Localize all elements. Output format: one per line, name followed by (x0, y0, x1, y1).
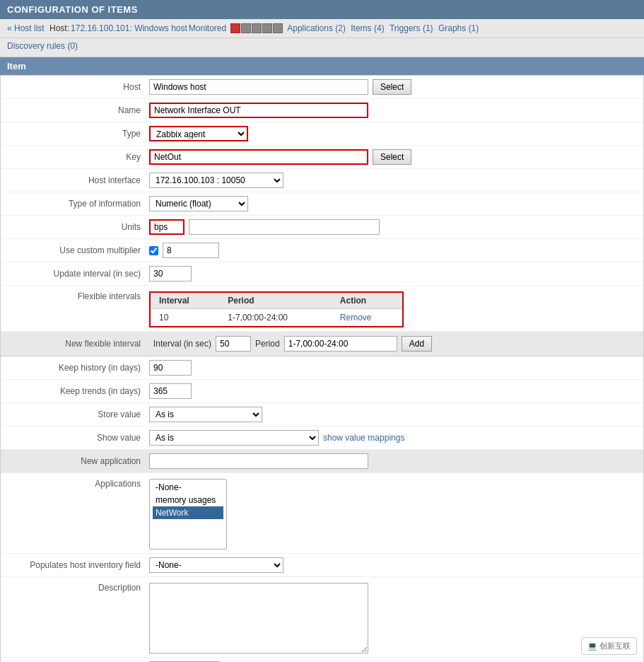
applications-control: -None- memory usages NetWork (149, 479, 636, 550)
host-list-link[interactable]: « Host list (7, 23, 45, 33)
new-application-input[interactable] (149, 453, 368, 469)
keep-trends-label: Keep trends (in days) (8, 386, 149, 396)
units-label: Units (8, 222, 149, 232)
host-interface-control: 172.16.100.103 : 10050 (149, 173, 636, 188)
new-flexible-interval-input[interactable] (216, 336, 251, 352)
flexible-intervals-table: Interval Period Action 10 1-7,00:00-24:0… (149, 291, 404, 327)
keep-trends-control (149, 383, 636, 399)
breadcrumb: « Host list Host: 172.16.100.101: Window… (0, 19, 644, 38)
period-cell: 1-7,00:00-24:00 (219, 309, 332, 327)
interval-in-sec-label: Interval (in sec) (153, 339, 211, 349)
keep-history-input[interactable] (149, 360, 192, 376)
custom-multiplier-control (149, 243, 636, 258)
host-row: Host Select (1, 76, 643, 99)
type-row: Type Zabbix agent Zabbix agent (active) … (1, 122, 643, 146)
units-input[interactable] (149, 219, 185, 235)
status-icon-red (230, 23, 240, 33)
keep-history-control (149, 360, 636, 376)
update-interval-row: Update interval (in sec) (1, 262, 643, 286)
show-value-control: As is show value mappings (149, 430, 636, 446)
new-application-label: New application (8, 456, 149, 466)
status-icons (230, 23, 283, 33)
watermark: 💻 创新互联 (581, 637, 637, 655)
inventory-control: -None- (149, 557, 636, 573)
keep-trends-row: Keep trends (in days) (1, 380, 643, 403)
host-select-button[interactable]: Select (373, 79, 411, 95)
show-value-mappings-link[interactable]: show value mappings (323, 433, 404, 443)
custom-multiplier-label: Use custom multiplier (8, 245, 149, 255)
show-value-row: Show value As is show value mappings (1, 426, 643, 450)
name-control (149, 103, 636, 118)
name-label: Name (8, 105, 149, 115)
name-input[interactable] (149, 103, 368, 118)
inventory-select[interactable]: -None- (149, 557, 283, 573)
description-textarea[interactable] (149, 583, 368, 654)
new-flexible-period-input[interactable] (284, 336, 397, 352)
host-interface-row: Host interface 172.16.100.103 : 10050 (1, 169, 643, 192)
update-interval-label: Update interval (in sec) (8, 269, 149, 279)
new-flexible-row: New flexible interval Interval (in sec) … (1, 332, 643, 356)
update-interval-input[interactable] (149, 266, 192, 281)
key-label: Key (8, 152, 149, 162)
store-value-row: Store value As is Delta (speed per secon… (1, 403, 643, 426)
type-of-info-control: Numeric (float) Numeric (unsigned) Chara… (149, 196, 636, 211)
description-label: Description (8, 583, 149, 593)
host-interface-select[interactable]: 172.16.100.103 : 10050 (149, 173, 283, 188)
units-extra-input[interactable] (189, 219, 380, 235)
monitored-link[interactable]: Monitored (189, 23, 226, 33)
name-row: Name (1, 99, 643, 122)
page-header: CONFIGURATION OF ITEMS (0, 0, 644, 19)
description-control (149, 583, 636, 654)
flexible-interval-row: 10 1-7,00:00-24:00 Remove (151, 309, 402, 327)
triggers-link[interactable]: Triggers (1) (390, 23, 433, 33)
items-link[interactable]: Items (4) (351, 23, 384, 33)
applications-label: Applications (8, 479, 149, 489)
custom-multiplier-input[interactable] (163, 243, 219, 258)
interval-cell: 10 (151, 309, 219, 327)
host-prefix: Host: (49, 23, 69, 33)
type-select[interactable]: Zabbix agent Zabbix agent (active) Simpl… (149, 126, 248, 141)
interval-col-header: Interval (151, 293, 219, 309)
store-value-select[interactable]: As is Delta (speed per second) Delta (si… (149, 407, 262, 422)
discovery-rules-bar: Discovery rules (0) (0, 38, 644, 57)
applications-row: Applications -None- memory usages NetWor… (1, 473, 643, 554)
keep-trends-input[interactable] (149, 383, 192, 399)
remove-link[interactable]: Remove (340, 313, 372, 323)
type-of-info-row: Type of information Numeric (float) Nume… (1, 192, 643, 216)
inventory-label: Populates host inventory field (8, 560, 149, 570)
host-label: Host (8, 82, 149, 92)
custom-multiplier-row: Use custom multiplier (1, 239, 643, 262)
add-flexible-button[interactable]: Add (402, 336, 432, 352)
host-input[interactable] (149, 79, 368, 95)
keep-history-label: Keep history (in days) (8, 363, 149, 373)
show-value-label: Show value (8, 433, 149, 443)
type-label: Type (8, 129, 149, 139)
units-row: Units (1, 216, 643, 239)
status-icon-bar2 (252, 23, 262, 33)
key-row: Key Select (1, 146, 643, 169)
key-select-button[interactable]: Select (373, 149, 411, 165)
type-of-info-label: Type of information (8, 199, 149, 209)
discovery-rules-link[interactable]: Discovery rules (0) (7, 41, 78, 51)
item-form: Host Select Name Type Zabbix agent Zabbi… (0, 75, 644, 662)
period-col-header: Period (219, 293, 332, 309)
applications-link[interactable]: Applications (2) (287, 23, 346, 33)
new-application-control (149, 453, 636, 469)
key-input[interactable] (149, 149, 368, 165)
type-control: Zabbix agent Zabbix agent (active) Simpl… (149, 126, 636, 141)
keep-history-row: Keep history (in days) (1, 356, 643, 380)
show-value-select[interactable]: As is (149, 430, 319, 446)
host-link[interactable]: 172.16.100.101: Windows host (71, 23, 187, 33)
flexible-intervals-control: Interval Period Action 10 1-7,00:00-24:0… (149, 291, 636, 327)
flexible-intervals-label: Flexible intervals (8, 291, 149, 301)
store-value-label: Store value (8, 410, 149, 419)
action-col-header: Action (332, 293, 402, 309)
description-row: Description (1, 577, 643, 658)
custom-multiplier-checkbox[interactable] (149, 246, 158, 255)
applications-listbox[interactable]: -None- memory usages NetWork (149, 479, 227, 550)
new-application-row: New application (1, 450, 643, 473)
graphs-link[interactable]: Graphs (1) (438, 23, 479, 33)
status-row: Status Enabled Disabled (1, 658, 643, 662)
flexible-intervals-row: Flexible intervals Interval Period Actio… (1, 286, 643, 332)
type-of-info-select[interactable]: Numeric (float) Numeric (unsigned) Chara… (149, 196, 248, 211)
